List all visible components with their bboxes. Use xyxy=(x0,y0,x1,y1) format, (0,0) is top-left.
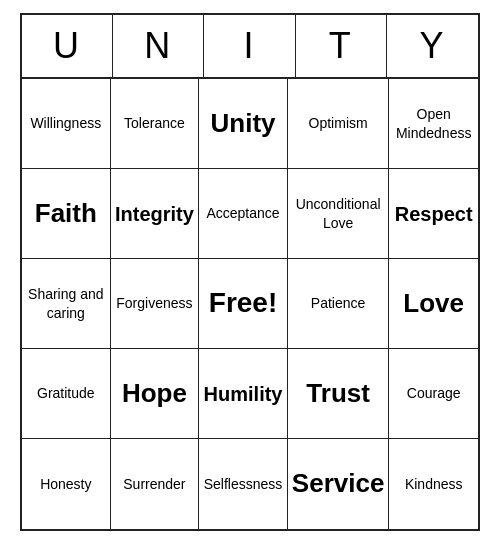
bingo-cell: Sharing and caring xyxy=(22,259,111,349)
header-letter: I xyxy=(204,15,295,77)
bingo-cell: Unity xyxy=(199,79,288,169)
bingo-cell: Unconditional Love xyxy=(288,169,390,259)
bingo-cell: Honesty xyxy=(22,439,111,529)
bingo-cell: Free! xyxy=(199,259,288,349)
bingo-header: UNITY xyxy=(22,15,478,79)
header-letter: T xyxy=(296,15,387,77)
bingo-cell: Open Mindedness xyxy=(389,79,478,169)
bingo-cell: Surrender xyxy=(111,439,200,529)
bingo-cell: Integrity xyxy=(111,169,200,259)
bingo-cell: Gratitude xyxy=(22,349,111,439)
bingo-cell: Respect xyxy=(389,169,478,259)
bingo-cell: Selflessness xyxy=(199,439,288,529)
bingo-cell: Willingness xyxy=(22,79,111,169)
bingo-cell: Patience xyxy=(288,259,390,349)
bingo-cell: Forgiveness xyxy=(111,259,200,349)
bingo-cell: Hope xyxy=(111,349,200,439)
bingo-cell: Love xyxy=(389,259,478,349)
bingo-cell: Courage xyxy=(389,349,478,439)
bingo-cell: Optimism xyxy=(288,79,390,169)
header-letter: Y xyxy=(387,15,478,77)
bingo-cell: Acceptance xyxy=(199,169,288,259)
header-letter: U xyxy=(22,15,113,77)
bingo-cell: Kindness xyxy=(389,439,478,529)
bingo-cell: Tolerance xyxy=(111,79,200,169)
header-letter: N xyxy=(113,15,204,77)
bingo-cell: Service xyxy=(288,439,390,529)
bingo-cell: Trust xyxy=(288,349,390,439)
bingo-grid: WillingnessToleranceUnityOptimismOpen Mi… xyxy=(22,79,478,529)
bingo-cell: Faith xyxy=(22,169,111,259)
bingo-card: UNITY WillingnessToleranceUnityOptimismO… xyxy=(20,13,480,531)
bingo-cell: Humility xyxy=(199,349,288,439)
